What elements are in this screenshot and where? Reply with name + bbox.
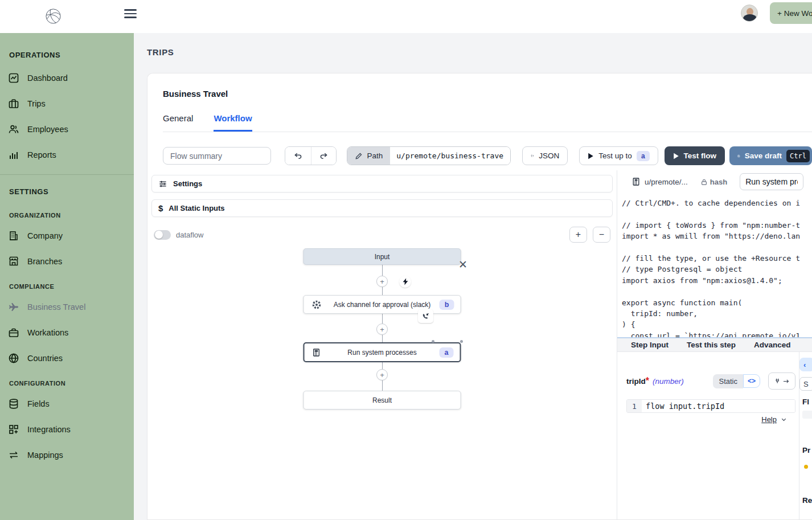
add-step-connector[interactable]: + xyxy=(376,276,388,287)
lock-icon xyxy=(700,178,708,186)
add-step-connector[interactable]: + xyxy=(376,324,388,335)
flow-settings-label: Settings xyxy=(173,179,202,188)
node-handle-dot xyxy=(432,340,434,343)
tab-step-input[interactable]: Step Input xyxy=(631,341,669,349)
code-line: const url = `https://api.premote.io/v1 xyxy=(622,330,812,338)
sidebar-item-fields[interactable]: Fields xyxy=(0,397,134,411)
step-input-form: tripId* (number) Static <> xyxy=(617,352,799,520)
save-draft-button[interactable]: Save draft Ctrl xyxy=(729,146,812,165)
sidebar: OPERATIONS Dashboard Trips Employees Rep… xyxy=(0,33,134,520)
tab-bar: General Workflow xyxy=(163,113,812,132)
script-path-text: u/premote/... xyxy=(645,178,688,186)
trigger-bolt-icon[interactable] xyxy=(399,276,411,288)
save-shortcut-kbd: Ctrl xyxy=(786,150,810,162)
work-briefcase-icon xyxy=(8,327,19,338)
code-mode-button[interactable]: <> xyxy=(743,374,760,388)
page-title: TRIPS xyxy=(147,47,174,57)
help-link[interactable]: Help xyxy=(761,415,777,424)
sidebar-item-reports[interactable]: Reports xyxy=(0,148,134,162)
close-icon[interactable]: ✕ xyxy=(458,259,467,270)
new-workflow-button[interactable]: + New Wor xyxy=(770,2,812,24)
tab-workflow[interactable]: Workflow xyxy=(214,113,252,132)
expression-editor[interactable]: 1 xyxy=(626,399,795,413)
sidebar-item-countries[interactable]: Countries xyxy=(0,351,134,365)
node-slack-badge: b xyxy=(440,300,454,310)
node-input[interactable]: Input xyxy=(304,248,461,265)
script-path-link[interactable]: u/premote/... xyxy=(631,177,688,186)
sidebar-item-business-travel[interactable]: Business Travel xyxy=(0,300,134,314)
avatar[interactable] xyxy=(741,5,758,22)
people-icon xyxy=(8,124,19,135)
play-icon xyxy=(588,153,594,159)
zoom-out-button[interactable]: − xyxy=(593,227,610,243)
test-flow-button[interactable]: Test flow xyxy=(665,146,725,165)
workflow-toolbar: Path JSON Test up to a Test flow xyxy=(163,146,812,165)
sidebar-item-company[interactable]: Company xyxy=(0,229,134,243)
input-mode-toggle: Static <> xyxy=(713,374,760,388)
add-step-connector[interactable]: + xyxy=(376,369,388,380)
sidebar-item-label: Employees xyxy=(27,125,68,134)
sidebar-item-dashboard[interactable]: Dashboard xyxy=(0,71,134,85)
building-icon xyxy=(8,230,19,241)
sidebar-item-mappings[interactable]: Mappings xyxy=(0,448,134,462)
sidebar-item-integrations[interactable]: Integrations xyxy=(0,423,134,436)
sidebar-heading-settings: SETTINGS xyxy=(0,187,134,196)
picker-value-chip[interactable] xyxy=(802,411,812,419)
expression-input[interactable] xyxy=(642,400,795,412)
step-name-input[interactable] xyxy=(740,173,803,190)
node-ask-channel-approval[interactable]: Ask channel for approval (slack) b xyxy=(304,295,461,314)
line-number: 1 xyxy=(627,400,642,412)
dashboard-icon xyxy=(8,72,19,84)
save-icon xyxy=(737,152,740,160)
node-result[interactable]: Result xyxy=(304,391,461,410)
menu-icon[interactable] xyxy=(124,7,137,20)
integrations-icon xyxy=(8,424,19,435)
hash-button[interactable]: hash xyxy=(700,178,727,186)
picker-search-input[interactable]: S xyxy=(799,377,812,391)
chevron-down-icon[interactable] xyxy=(780,416,788,423)
path-button[interactable]: Path xyxy=(347,147,390,165)
sidebar-item-workations[interactable]: Workations xyxy=(0,326,134,339)
variable-picker-panel: ‹ S Fl Pr Re xyxy=(799,352,812,520)
sidebar-item-label: Dashboard xyxy=(27,73,68,83)
static-mode-button[interactable]: Static xyxy=(713,374,743,388)
tab-advanced[interactable]: Advanced xyxy=(754,341,791,349)
plug-icon xyxy=(774,378,781,385)
flow-summary-input[interactable] xyxy=(163,147,271,165)
picker-toggle-button[interactable]: ‹ xyxy=(799,358,812,371)
sidebar-item-label: Company xyxy=(27,231,63,240)
code-line: // type Postgresql = object xyxy=(622,264,812,275)
redo-button[interactable] xyxy=(311,147,337,165)
code-line xyxy=(622,286,812,297)
path-input[interactable] xyxy=(390,147,510,165)
test-flow-label: Test flow xyxy=(684,152,717,160)
required-mark: * xyxy=(646,376,649,386)
sidebar-subheading-organization: ORGANIZATION xyxy=(0,212,134,219)
flow-settings-row[interactable]: Settings xyxy=(151,175,613,193)
sidebar-item-trips[interactable]: Trips xyxy=(0,97,134,110)
json-button[interactable]: JSON xyxy=(522,146,568,165)
step-editor-header: u/premote/... hash xyxy=(617,170,812,193)
picker-value-dot xyxy=(804,465,808,469)
code-line: // fill the type, or use the +Resource t xyxy=(622,253,812,264)
sidebar-item-label: Reports xyxy=(27,150,56,159)
tab-test-this-step[interactable]: Test this step xyxy=(687,341,736,349)
sidebar-item-employees[interactable]: Employees xyxy=(0,122,134,136)
undo-button[interactable] xyxy=(285,147,311,165)
sidebar-item-label: Trips xyxy=(27,99,46,108)
dataflow-toggle[interactable] xyxy=(154,230,171,240)
zoom-in-button[interactable]: + xyxy=(569,227,587,243)
node-run-system-processes[interactable]: Run system processes a xyxy=(304,342,461,362)
all-static-inputs-row[interactable]: $ All Static Inputs xyxy=(151,199,613,217)
script-building-icon xyxy=(312,348,321,357)
picker-section-previous-result: Pr xyxy=(799,446,812,455)
code-editor[interactable]: // Ctrl/CMD+. to cache dependencies on i… xyxy=(617,193,812,338)
suspend-approval-icon xyxy=(418,309,433,323)
sidebar-item-branches[interactable]: Branches xyxy=(0,255,134,268)
sidebar-item-label: Business Travel xyxy=(27,302,85,312)
tab-general[interactable]: General xyxy=(163,113,193,132)
connect-input-button[interactable] xyxy=(768,372,795,390)
save-draft-label: Save draft xyxy=(745,152,782,160)
flow-canvas[interactable]: Input ✕ + Ask channel for approval (slac… xyxy=(147,245,617,513)
test-up-to-button[interactable]: Test up to a xyxy=(579,146,658,165)
